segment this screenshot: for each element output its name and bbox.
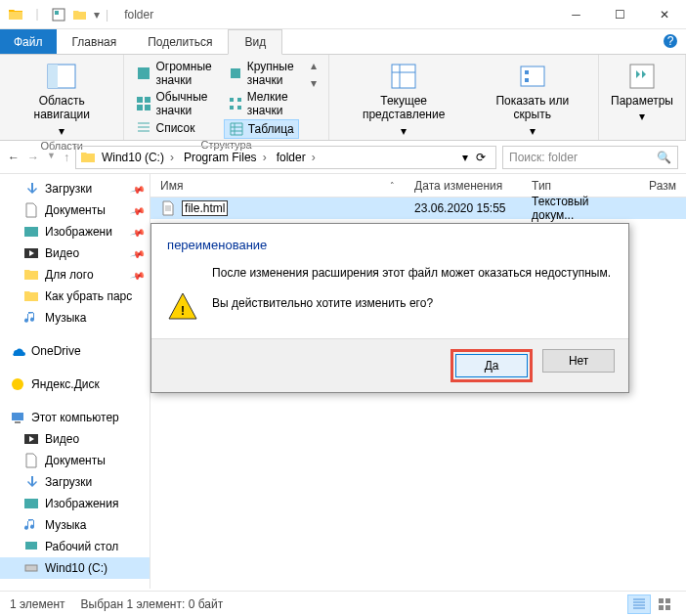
ribbon-tabs: Файл Главная Поделиться Вид ? xyxy=(0,29,686,55)
icons-view-icon[interactable] xyxy=(653,594,676,614)
dialog-no-button[interactable]: Нет xyxy=(542,349,615,373)
svg-rect-16 xyxy=(392,65,415,88)
svg-point-21 xyxy=(12,378,23,390)
nav-history[interactable]: ▼ xyxy=(47,151,56,164)
nav-back[interactable]: ← xyxy=(8,151,20,164)
svg-rect-5 xyxy=(48,65,58,88)
refresh-icon[interactable]: ⟳ xyxy=(470,151,492,164)
navpane-button[interactable]: Область навигации▾ xyxy=(8,59,115,140)
sidebar-item-music[interactable]: Музыка xyxy=(0,307,150,329)
svg-text:?: ? xyxy=(667,34,674,48)
properties-icon[interactable] xyxy=(51,7,66,22)
titlebar: ▾ | folder ─ ☐ ✕ xyxy=(0,0,686,29)
file-type: Текстовый докум... xyxy=(522,195,639,222)
sidebar-item-thispc[interactable]: Этот компьютер xyxy=(0,407,150,428)
qat-divider xyxy=(29,7,45,22)
sidebar-item-howto[interactable]: Как убрать парс xyxy=(0,286,150,307)
svg-rect-13 xyxy=(237,98,241,102)
dialog-yes-button[interactable]: Да xyxy=(455,354,528,377)
svg-rect-6 xyxy=(138,67,150,79)
sidebar-item-onedrive[interactable]: OneDrive xyxy=(0,340,150,362)
crumb-drive[interactable]: Wind10 (C:) xyxy=(98,151,178,164)
svg-rect-12 xyxy=(230,98,234,102)
view-scroll-down[interactable]: ▾ xyxy=(311,76,317,90)
svg-rect-19 xyxy=(24,227,38,237)
status-selected: Выбран 1 элемент: 0 байт xyxy=(81,597,224,611)
search-input[interactable]: Поиск: folder 🔍 xyxy=(502,146,678,169)
sidebar-item-video2[interactable]: Видео xyxy=(0,428,150,450)
tab-file[interactable]: Файл xyxy=(0,29,57,54)
window-title: folder xyxy=(108,8,554,22)
svg-rect-30 xyxy=(665,598,670,603)
svg-rect-11 xyxy=(231,68,240,78)
dialog-title: переименование xyxy=(167,238,613,252)
folder-icon xyxy=(80,150,96,165)
rename-dialog: переименование ! После изменения расшире… xyxy=(150,223,629,393)
breadcrumb[interactable]: Wind10 (C:) Program Files folder ▾ ⟳ xyxy=(75,146,496,169)
search-icon: 🔍 xyxy=(657,151,671,164)
details-view-icon[interactable] xyxy=(627,594,651,614)
sidebar: Загрузки📌 Документы📌 Изображени📌 Видео📌 … xyxy=(0,174,150,589)
close-button[interactable]: ✕ xyxy=(642,0,686,29)
view-huge-icons[interactable]: Огромные значки xyxy=(132,59,215,88)
ribbon: Область навигации▾ Области Огромные знач… xyxy=(0,55,686,141)
new-folder-icon[interactable] xyxy=(72,7,88,22)
sidebar-item-documents2[interactable]: Документы xyxy=(0,450,150,471)
svg-text:!: ! xyxy=(181,304,185,318)
view-normal-icons[interactable]: Обычные значки xyxy=(132,89,215,118)
file-row[interactable]: file.html 23.06.2020 15:55 Текстовый док… xyxy=(150,198,686,219)
qat-dropdown[interactable]: ▾ xyxy=(94,8,100,22)
sidebar-item-music2[interactable]: Музыка xyxy=(0,514,150,536)
sidebar-item-documents[interactable]: Документы📌 xyxy=(0,199,150,221)
svg-rect-15 xyxy=(237,106,241,110)
svg-rect-7 xyxy=(137,97,143,103)
file-icon xyxy=(160,200,176,216)
svg-rect-32 xyxy=(665,605,670,610)
file-name-edit[interactable]: file.html xyxy=(182,200,228,216)
svg-rect-27 xyxy=(25,565,37,571)
sidebar-item-video[interactable]: Видео📌 xyxy=(0,242,150,264)
svg-rect-26 xyxy=(25,542,37,550)
options-button[interactable]: Параметры▾ xyxy=(607,59,677,126)
view-scroll-up[interactable]: ▴ xyxy=(311,59,317,72)
tab-view[interactable]: Вид xyxy=(228,29,282,55)
svg-rect-8 xyxy=(145,97,150,103)
sidebar-item-downloads[interactable]: Загрузки📌 xyxy=(0,178,150,199)
dialog-line1: После изменения расширения этот файл мож… xyxy=(212,264,611,283)
tab-home[interactable]: Главная xyxy=(57,29,133,54)
status-bar: 1 элемент Выбран 1 элемент: 0 байт xyxy=(0,591,686,616)
svg-rect-29 xyxy=(659,598,664,603)
sidebar-item-cdrive[interactable]: Wind10 (C:) xyxy=(0,557,150,579)
svg-rect-22 xyxy=(12,413,23,420)
status-count: 1 элемент xyxy=(10,597,65,611)
folder-icon xyxy=(8,7,23,22)
file-date: 23.06.2020 15:55 xyxy=(405,201,522,215)
sidebar-item-images[interactable]: Изображени📌 xyxy=(0,221,150,242)
minimize-button[interactable]: ─ xyxy=(554,0,598,29)
tab-share[interactable]: Поделиться xyxy=(132,29,228,54)
sidebar-item-downloads2[interactable]: Загрузки xyxy=(0,471,150,493)
sidebar-item-yandex[interactable]: Яндекс.Диск xyxy=(0,374,150,395)
svg-rect-14 xyxy=(230,106,234,110)
crumb-progfiles[interactable]: Program Files xyxy=(180,151,271,164)
current-view-button[interactable]: Текущее представление▾ xyxy=(337,59,471,140)
dialog-line2: Вы действительно хотите изменить его? xyxy=(212,294,611,313)
nav-up[interactable]: ↑ xyxy=(64,151,69,164)
view-table[interactable]: Таблица xyxy=(224,119,299,139)
view-list[interactable]: Список xyxy=(132,119,215,137)
help-icon[interactable]: ? xyxy=(663,33,678,49)
svg-rect-1 xyxy=(55,11,59,15)
show-hide-button[interactable]: Показать или скрыть▾ xyxy=(475,59,591,140)
sidebar-item-desktop[interactable]: Рабочий стол xyxy=(0,536,150,557)
svg-rect-9 xyxy=(137,105,143,110)
view-large-icons[interactable]: Крупные значки xyxy=(224,59,299,88)
crumb-folder[interactable]: folder xyxy=(273,151,320,164)
sidebar-item-images2[interactable]: Изображения xyxy=(0,493,150,514)
svg-rect-25 xyxy=(24,499,38,508)
svg-rect-31 xyxy=(659,605,664,610)
nav-forward: → xyxy=(27,151,39,164)
maximize-button[interactable]: ☐ xyxy=(598,0,642,29)
svg-rect-23 xyxy=(15,421,21,423)
view-small-icons[interactable]: Мелкие значки xyxy=(224,89,299,118)
sidebar-item-logo[interactable]: Для лого📌 xyxy=(0,264,150,286)
